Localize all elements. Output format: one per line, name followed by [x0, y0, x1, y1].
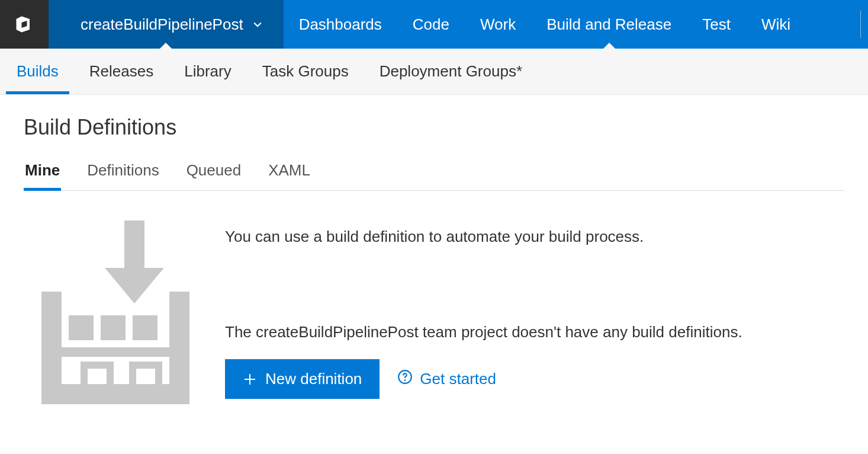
svg-rect-6	[101, 315, 126, 340]
pivot-label: Definitions	[87, 161, 159, 179]
nav-build-release[interactable]: Build and Release	[531, 0, 687, 49]
svg-rect-7	[133, 315, 157, 340]
pivot-tabs: Mine Definitions Queued XAML	[24, 161, 844, 191]
build-empty-icon	[41, 220, 189, 407]
nav-label: Work	[480, 15, 516, 34]
empty-actions: New definition Get started	[225, 359, 844, 399]
nav-wiki[interactable]: Wiki	[746, 0, 806, 49]
subnav-label: Deployment Groups*	[380, 62, 522, 80]
pivot-queued[interactable]: Queued	[185, 161, 243, 190]
nav-test[interactable]: Test	[687, 0, 746, 49]
link-label: Get started	[420, 370, 496, 388]
project-selector[interactable]: createBuildPipelinePost	[49, 0, 284, 49]
page-title: Build Definitions	[24, 115, 844, 140]
nav-work[interactable]: Work	[465, 0, 531, 49]
svg-rect-0	[124, 220, 144, 274]
top-divider	[860, 11, 861, 38]
chevron-down-icon	[252, 18, 263, 30]
top-nav: Dashboards Code Work Build and Release T…	[284, 0, 868, 49]
get-started-link[interactable]: Get started	[397, 369, 496, 389]
subnav-label: Library	[184, 62, 231, 80]
subnav-label: Releases	[89, 62, 153, 80]
pivot-label: Queued	[187, 161, 242, 179]
nav-label: Wiki	[761, 15, 790, 34]
pivot-xaml[interactable]: XAML	[267, 161, 311, 190]
subnav-label: Builds	[17, 62, 59, 80]
selector-indicator	[160, 43, 172, 49]
vsts-logo-icon	[14, 14, 35, 35]
svg-rect-4	[41, 384, 189, 404]
top-bar: createBuildPipelinePost Dashboards Code …	[0, 0, 868, 49]
pivot-definitions[interactable]: Definitions	[86, 161, 160, 190]
nav-label: Test	[702, 15, 731, 34]
svg-point-12	[404, 379, 406, 381]
svg-marker-1	[105, 268, 164, 303]
nav-label: Code	[413, 15, 449, 34]
nav-label: Build and Release	[546, 15, 671, 34]
empty-state: You can use a build definition to automa…	[24, 191, 844, 430]
active-indicator	[603, 43, 615, 49]
button-label: New definition	[265, 370, 362, 388]
new-definition-button[interactable]: New definition	[225, 359, 380, 399]
pivot-label: Mine	[25, 161, 60, 179]
empty-sub-text: The createBuildPipelinePost team project…	[225, 323, 844, 341]
empty-lead-text: You can use a build definition to automa…	[225, 228, 844, 246]
plus-icon	[243, 372, 257, 386]
subnav-label: Task Groups	[262, 62, 349, 80]
svg-rect-8	[62, 347, 169, 357]
subnav-library[interactable]: Library	[182, 49, 233, 94]
help-icon	[397, 369, 413, 389]
subnav-releases[interactable]: Releases	[87, 49, 156, 94]
subnav-task-groups[interactable]: Task Groups	[260, 49, 351, 94]
subnav-deployment-groups[interactable]: Deployment Groups*	[377, 49, 525, 94]
svg-rect-5	[69, 315, 94, 340]
page-content: Build Definitions Mine Definitions Queue…	[0, 95, 868, 430]
app-logo[interactable]	[0, 0, 49, 49]
nav-label: Dashboards	[299, 15, 382, 34]
empty-body: You can use a build definition to automa…	[225, 220, 844, 399]
subnav-builds[interactable]: Builds	[14, 49, 61, 94]
sub-nav: Builds Releases Library Task Groups Depl…	[0, 49, 868, 95]
pivot-label: XAML	[268, 161, 310, 179]
project-name: createBuildPipelinePost	[81, 15, 243, 34]
nav-code[interactable]: Code	[397, 0, 465, 49]
nav-dashboards[interactable]: Dashboards	[284, 0, 397, 49]
pivot-mine[interactable]: Mine	[24, 161, 61, 190]
